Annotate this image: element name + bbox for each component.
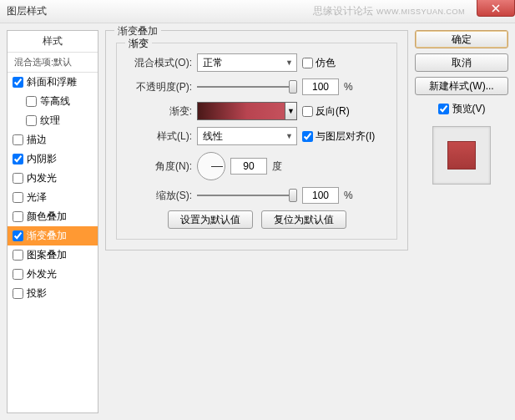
style-item-5[interactable]: 内发光 xyxy=(8,169,98,188)
style-select[interactable]: 线性 ▼ xyxy=(197,127,297,145)
make-default-button[interactable]: 设置为默认值 xyxy=(168,210,253,229)
styles-sidebar: 样式 混合选项:默认 斜面和浮雕等高线纹理描边内阴影内发光光泽颜色叠加渐变叠加图… xyxy=(7,30,98,413)
style-label: 内发光 xyxy=(27,171,57,185)
style-checkbox[interactable] xyxy=(13,134,23,145)
style-checkbox[interactable] xyxy=(13,173,23,184)
degree-unit: 度 xyxy=(272,159,282,174)
cancel-button[interactable]: 取消 xyxy=(415,53,508,72)
style-item-3[interactable]: 描边 xyxy=(8,130,98,149)
style-label: 渐变叠加 xyxy=(27,229,67,243)
style-checkbox[interactable] xyxy=(26,96,37,107)
style-item-11[interactable]: 投影 xyxy=(8,284,98,303)
options-panel: 渐变叠加 渐变 混合模式(O): 正常 ▼ 仿色 不透明度(P): 100 % xyxy=(105,30,408,413)
style-label: 颜色叠加 xyxy=(27,210,67,224)
style-item-8[interactable]: 渐变叠加 xyxy=(8,226,98,245)
style-checkbox[interactable] xyxy=(13,192,23,203)
style-checkbox[interactable] xyxy=(26,115,37,126)
style-item-1[interactable]: 等高线 xyxy=(8,92,98,111)
style-checkbox[interactable] xyxy=(13,269,23,280)
gradient-overlay-group: 渐变叠加 渐变 混合模式(O): 正常 ▼ 仿色 不透明度(P): 100 % xyxy=(105,30,408,250)
chevron-down-icon: ▼ xyxy=(285,58,293,67)
preview-box xyxy=(432,126,491,185)
style-list: 斜面和浮雕等高线纹理描边内阴影内发光光泽颜色叠加渐变叠加图案叠加外发光投影 xyxy=(8,73,98,412)
style-item-7[interactable]: 颜色叠加 xyxy=(8,207,98,226)
style-label: 外发光 xyxy=(27,267,57,281)
align-checkbox[interactable]: 与图层对齐(I) xyxy=(302,129,375,144)
style-item-0[interactable]: 斜面和浮雕 xyxy=(8,73,98,92)
sidebar-blend-options[interactable]: 混合选项:默认 xyxy=(8,53,98,73)
style-label: 描边 xyxy=(27,133,47,147)
style-checkbox[interactable] xyxy=(13,288,23,299)
style-label: 斜面和浮雕 xyxy=(27,75,77,89)
scale-slider[interactable] xyxy=(197,188,297,203)
sidebar-header[interactable]: 样式 xyxy=(8,31,98,53)
angle-dial[interactable] xyxy=(197,152,225,180)
titlebar: 图层样式 思缘设计论坛WWW.MISSYUAN.COM xyxy=(0,0,515,23)
close-icon xyxy=(492,4,500,13)
scale-label: 缩放(S): xyxy=(129,189,192,203)
angle-input[interactable]: 90 xyxy=(230,158,267,175)
ok-button[interactable]: 确定 xyxy=(415,30,508,48)
style-item-6[interactable]: 光泽 xyxy=(8,188,98,207)
style-checkbox[interactable] xyxy=(13,154,23,164)
percent-unit: % xyxy=(344,190,353,201)
style-item-9[interactable]: 图案叠加 xyxy=(8,245,98,265)
gradient-subgroup: 渐变 混合模式(O): 正常 ▼ 仿色 不透明度(P): 100 % xyxy=(116,43,397,240)
blend-mode-value: 正常 xyxy=(203,56,223,70)
blend-mode-select[interactable]: 正常 ▼ xyxy=(197,53,297,72)
style-label: 内阴影 xyxy=(27,152,57,166)
style-item-2[interactable]: 纹理 xyxy=(8,111,98,130)
style-value: 线性 xyxy=(203,129,223,144)
new-style-button[interactable]: 新建样式(W)... xyxy=(415,77,508,95)
style-item-4[interactable]: 内阴影 xyxy=(8,149,98,169)
chevron-down-icon: ▼ xyxy=(285,132,293,140)
dialog-content: 样式 混合选项:默认 斜面和浮雕等高线纹理描边内阴影内发光光泽颜色叠加渐变叠加图… xyxy=(0,23,515,420)
dither-checkbox[interactable]: 仿色 xyxy=(302,56,336,70)
style-checkbox[interactable] xyxy=(13,250,23,261)
gradient-label: 渐变: xyxy=(129,104,192,119)
scale-input[interactable]: 100 xyxy=(302,187,339,204)
preview-swatch xyxy=(447,141,476,170)
style-checkbox[interactable] xyxy=(13,230,23,241)
reverse-checkbox[interactable]: 反向(R) xyxy=(302,104,350,119)
style-label: 等高线 xyxy=(40,94,70,109)
watermark: 思缘设计论坛WWW.MISSYUAN.COM xyxy=(313,4,465,18)
chevron-down-icon: ▼ xyxy=(285,103,296,119)
subgroup-legend: 渐变 xyxy=(125,37,152,51)
style-item-10[interactable]: 外发光 xyxy=(8,265,98,284)
percent-unit: % xyxy=(344,81,353,93)
gradient-picker[interactable]: ▼ xyxy=(197,102,297,120)
opacity-label: 不透明度(P): xyxy=(129,80,192,94)
style-checkbox[interactable] xyxy=(13,77,23,88)
opacity-slider[interactable] xyxy=(197,79,297,94)
reset-default-button[interactable]: 复位为默认值 xyxy=(261,210,346,229)
style-label: 投影 xyxy=(27,286,47,301)
opacity-input[interactable]: 100 xyxy=(302,78,339,95)
style-label: 纹理 xyxy=(40,114,60,128)
window-title: 图层样式 xyxy=(7,4,47,18)
style-label: 光泽 xyxy=(27,190,47,205)
action-panel: 确定 取消 新建样式(W)... 预览(V) xyxy=(415,30,508,413)
angle-label: 角度(N): xyxy=(129,159,192,174)
style-label: 图案叠加 xyxy=(27,248,67,262)
blend-mode-label: 混合模式(O): xyxy=(129,56,192,70)
close-button[interactable] xyxy=(477,0,515,17)
style-label: 样式(L): xyxy=(129,129,192,144)
preview-checkbox[interactable]: 预览(V) xyxy=(415,102,508,116)
style-checkbox[interactable] xyxy=(13,211,23,222)
